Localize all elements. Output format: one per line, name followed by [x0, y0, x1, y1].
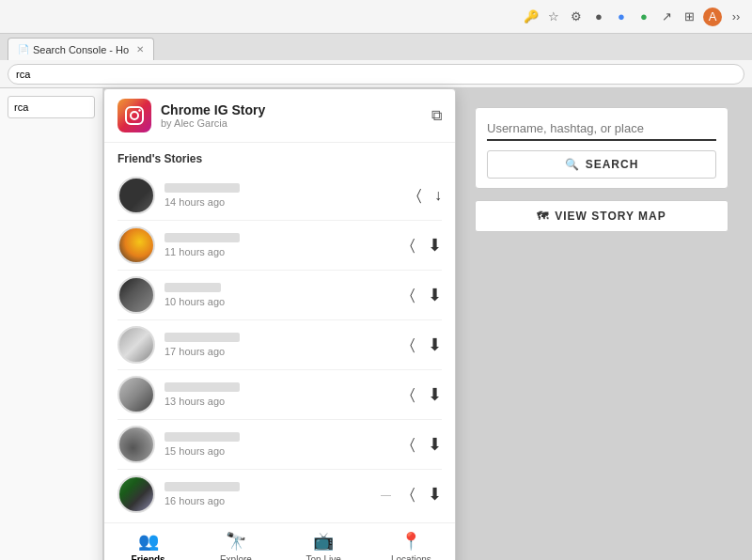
view-story-map-button[interactable]: 🗺 VIEW STORY MAP [475, 200, 728, 232]
story-actions: 〈 ↓ [416, 187, 442, 204]
popup-nav: 👥 Friends 🔭 Explore 📺 Top Live 📍 Locatio… [104, 522, 455, 560]
story-info: 15 hours ago [155, 432, 410, 457]
right-panel: 🔍 SEARCH 🗺 VIEW STORY MAP [475, 107, 728, 232]
download-icon[interactable]: ⬇ [428, 285, 442, 305]
story-info: 13 hours ago [155, 382, 410, 407]
share-icon[interactable]: 〈 [410, 287, 415, 303]
popup-title: Chrome IG Story [161, 102, 422, 117]
map-icon: 🗺 [537, 210, 549, 223]
popup-header: Chrome IG Story by Alec Garcia ⧉ [104, 89, 455, 143]
avatar [118, 376, 155, 413]
settings-icon[interactable]: ⚙ [568, 8, 585, 25]
active-tab[interactable]: 📄 Search Console - Ho ✕ [8, 38, 154, 60]
search-box: 🔍 SEARCH [475, 107, 728, 189]
svg-point-1 [131, 112, 138, 119]
story-time: 10 hours ago [164, 296, 410, 307]
story-item: 17 hours ago 〈 ⬇ [118, 320, 442, 370]
share-icon[interactable]: 〈 [410, 436, 415, 453]
story-actions: 〈 ⬇ [410, 434, 442, 455]
download-icon[interactable]: ⬇ [428, 334, 442, 355]
story-item: 10 hours ago 〈 ⬇ [118, 271, 442, 320]
avatar [118, 426, 155, 463]
story-info: 11 hours ago [155, 233, 410, 257]
story-item: 11 hours ago 〈 ⬇ [118, 221, 442, 271]
explore-icon: 🔭 [226, 531, 246, 552]
nav-top-live-label: Top Live [306, 554, 341, 560]
download-icon[interactable]: ⬇ [428, 484, 442, 505]
story-item: 14 hours ago 〈 ↓ [118, 171, 442, 221]
story-time: 15 hours ago [164, 445, 410, 457]
avatar [118, 276, 155, 314]
search-button-label: SEARCH [586, 158, 639, 171]
nav-locations[interactable]: 📍 Locations [368, 523, 455, 560]
stories-heading: Friend's Stories [118, 152, 442, 165]
username-placeholder [164, 233, 240, 242]
story-time: 17 hours ago [164, 346, 410, 357]
popup-title-area: Chrome IG Story by Alec Garcia [161, 102, 422, 129]
left-sidebar [0, 88, 103, 560]
circle-icon-2: ● [613, 8, 630, 25]
stories-section: Friend's Stories 14 hours ago 〈 ↓ 11 hou… [104, 143, 455, 519]
story-time: 14 hours ago [164, 196, 416, 208]
story-item: 16 hours ago — 〈 ⬇ [118, 470, 442, 519]
nav-friends-label: Friends [132, 554, 165, 560]
dash-separator: — [381, 489, 391, 500]
arrow-icon[interactable]: ↗ [658, 8, 675, 25]
story-time: 11 hours ago [164, 246, 410, 257]
avatar [118, 177, 155, 214]
star-icon[interactable]: ☆ [545, 8, 562, 25]
story-info: 14 hours ago [155, 183, 416, 208]
avatar [118, 226, 155, 264]
tab-favicon: 📄 [18, 44, 29, 54]
story-item: 13 hours ago 〈 ⬇ [118, 370, 442, 420]
story-actions: 〈 ⬇ [410, 235, 442, 256]
locations-icon: 📍 [400, 531, 421, 552]
download-icon[interactable]: ⬇ [428, 384, 442, 405]
search-input[interactable] [487, 117, 716, 141]
share-icon[interactable]: 〈 [410, 486, 415, 503]
browser-icons: 🔑 ☆ ⚙ ● ● ● ↗ ⊞ A ›› [523, 8, 744, 26]
story-actions: 〈 ⬇ [410, 384, 442, 405]
story-info: 16 hours ago [155, 482, 381, 506]
username-placeholder [164, 482, 240, 491]
svg-point-2 [138, 109, 140, 111]
username-placeholder [164, 183, 240, 193]
chevron-right-icon[interactable]: ›› [728, 8, 744, 25]
share-icon[interactable]: 〈 [416, 187, 421, 204]
download-icon[interactable]: ↓ [434, 187, 442, 204]
top-live-icon: 📺 [313, 531, 334, 552]
popup-panel: Chrome IG Story by Alec Garcia ⧉ Friend'… [103, 88, 456, 560]
username-placeholder [164, 283, 221, 292]
nav-explore[interactable]: 🔭 Explore [192, 523, 279, 560]
circle-icon-1: ● [590, 8, 607, 25]
extension-logo [118, 99, 151, 132]
share-icon[interactable]: 〈 [410, 237, 415, 254]
address-bar [0, 60, 752, 88]
grid-icon[interactable]: ⊞ [681, 8, 697, 25]
search-button[interactable]: 🔍 SEARCH [487, 150, 716, 179]
download-icon[interactable]: ⬇ [428, 434, 442, 455]
left-search-input[interactable] [8, 96, 95, 118]
external-link-icon[interactable]: ⧉ [431, 107, 442, 124]
username-placeholder [164, 382, 240, 392]
download-icon[interactable]: ⬇ [428, 235, 442, 256]
story-info: 10 hours ago [155, 283, 410, 307]
story-actions: 〈 ⬇ [410, 285, 442, 305]
share-icon[interactable]: 〈 [410, 336, 415, 353]
tab-bar: 📄 Search Console - Ho ✕ [0, 34, 752, 60]
nav-locations-label: Locations [391, 554, 431, 560]
share-icon[interactable]: 〈 [410, 386, 415, 403]
friends-icon: 👥 [138, 531, 159, 552]
nav-top-live[interactable]: 📺 Top Live [280, 523, 368, 560]
nav-friends[interactable]: 👥 Friends [104, 523, 192, 560]
profile-icon[interactable]: A [703, 8, 722, 26]
search-icon: 🔍 [565, 158, 580, 171]
tab-close-button[interactable]: ✕ [136, 44, 144, 54]
tab-label: Search Console - Ho [33, 44, 129, 55]
view-map-label: VIEW STORY MAP [555, 210, 666, 223]
circle-icon-3: ● [635, 8, 652, 25]
address-input[interactable] [8, 64, 744, 85]
key-icon: 🔑 [523, 8, 540, 25]
story-actions: 〈 ⬇ [410, 334, 442, 355]
username-placeholder [164, 333, 240, 342]
